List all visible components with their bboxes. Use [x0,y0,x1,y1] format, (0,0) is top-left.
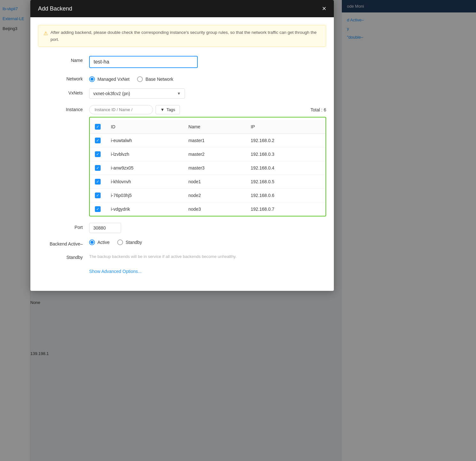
radio-active[interactable]: Active [89,239,110,245]
row-name-4: node1 [183,175,246,189]
table-row: ✓ i-anw9zx05 master3 192.168.0.4 [90,161,326,175]
warning-icon: ⚠ [43,29,48,38]
header-checkbox-col: ✓ [90,120,106,134]
row-checkbox-4[interactable]: ✓ [90,175,106,189]
standby-note-text: The backup backends will be in service i… [89,253,326,259]
advanced-options-control: Show Advanced Options... [89,266,326,274]
row-ip-3: 192.168.0.4 [246,161,326,175]
standby-label: Standby [38,253,89,260]
backend-active-radio-group: Active Standby [89,239,326,245]
vxnets-select[interactable]: vxnet-ok3fcv2 (pn) ▼ [89,88,185,99]
radio-standby[interactable]: Standby [117,239,142,245]
tags-button-label: Tags [166,107,175,112]
instance-control: ▼ Tags Total : 6 ✓ ID [89,105,326,216]
port-label: Port [38,223,89,230]
radio-base-label: Base Network [145,77,173,82]
close-button[interactable]: × [322,5,326,12]
network-control: Managed VxNet Base Network [89,74,326,82]
vxnets-row: VxNets vxnet-ok3fcv2 (pn) ▼ [38,88,326,99]
row-ip-6: 192.168.0.7 [246,202,326,216]
radio-base-circle [137,76,143,82]
header-id: ID [106,120,183,134]
instances-table-wrapper: ✓ ID Name IP ✓ i-euwtalwh maste [89,117,326,216]
select-all-checkbox[interactable]: ✓ [95,124,101,130]
row-ip-1: 192.168.0.2 [246,134,326,147]
backend-active-control: Active Standby [89,239,326,245]
table-header: ✓ ID Name IP [90,120,326,134]
network-label: Network [38,74,89,81]
table-row: ✓ i-lzvblvzh master2 192.168.0.3 [90,147,326,161]
row-name-2: master2 [183,147,246,161]
modal-header: Add Backend × [30,0,334,17]
filter-icon: ▼ [160,107,165,112]
row-id-4: i-khlovnvh [106,175,183,189]
radio-active-circle [89,239,95,245]
table-row: ✓ i-76p03hj5 node2 192.168.0.6 [90,189,326,202]
radio-managed-label: Managed VxNet [97,77,129,82]
row-checkbox-6[interactable]: ✓ [90,202,106,216]
add-backend-modal: Add Backend × ⚠ After adding backend, pl… [30,0,334,291]
name-control [89,56,326,68]
network-row: Network Managed VxNet Base Network [38,74,326,82]
vxnets-control: vxnet-ok3fcv2 (pn) ▼ [89,88,326,99]
port-input[interactable] [89,223,121,233]
tags-button[interactable]: ▼ Tags [156,105,180,114]
name-row: Name [38,56,326,68]
modal-title: Add Backend [38,5,72,12]
row-checkbox-2[interactable]: ✓ [90,147,106,161]
advanced-label-spacer [38,266,89,268]
row-checkbox-1[interactable]: ✓ [90,134,106,147]
vxnets-label: VxNets [38,88,89,95]
header-name: Name [183,120,246,134]
radio-standby-label: Standby [126,240,142,245]
standby-note-row: Standby The backup backends will be in s… [38,253,326,260]
advanced-options-row: Show Advanced Options... [38,266,326,274]
radio-managed-circle [89,76,95,82]
table-row: ✓ i-khlovnvh node1 192.168.0.5 [90,175,326,189]
total-label: Total : 6 [311,107,326,112]
warning-text: After adding backend, please double chec… [50,29,321,43]
row-id-6: i-vdgydrik [106,202,183,216]
warning-box: ⚠ After adding backend, please double ch… [38,25,326,47]
row-checkbox-3[interactable]: ✓ [90,161,106,175]
table-row: ✓ i-euwtalwh master1 192.168.0.2 [90,134,326,147]
vxnets-value: vxnet-ok3fcv2 (pn) [93,91,130,96]
row-ip-5: 192.168.0.6 [246,189,326,202]
row-ip-2: 192.168.0.3 [246,147,326,161]
row-name-6: node3 [183,202,246,216]
port-row: Port [38,223,326,233]
row-name-1: master1 [183,134,246,147]
radio-managed-vxnet[interactable]: Managed VxNet [89,76,129,82]
name-label: Name [38,56,89,63]
instance-search-input[interactable] [89,105,153,114]
table-body: ✓ i-euwtalwh master1 192.168.0.2 ✓ i-lzv… [90,134,326,216]
modal-body: ⚠ After adding backend, please double ch… [30,17,334,291]
row-id-5: i-76p03hj5 [106,189,183,202]
backend-active-row: Backend Active– Active Standby [38,239,326,246]
name-input[interactable] [89,56,198,68]
instances-table: ✓ ID Name IP ✓ i-euwtalwh maste [90,120,326,216]
show-advanced-link[interactable]: Show Advanced Options... [89,269,142,274]
table-row: ✓ i-vdgydrik node3 192.168.0.7 [90,202,326,216]
radio-active-label: Active [97,240,110,245]
backend-active-label: Backend Active– [38,239,89,246]
header-ip: IP [246,120,326,134]
chevron-down-icon: ▼ [177,91,181,96]
standby-note-control: The backup backends will be in service i… [89,253,326,259]
row-id-1: i-euwtalwh [106,134,183,147]
row-name-5: node2 [183,189,246,202]
radio-standby-circle [117,239,123,245]
row-ip-4: 192.168.0.5 [246,175,326,189]
row-checkbox-5[interactable]: ✓ [90,189,106,202]
row-id-2: i-lzvblvzh [106,147,183,161]
instance-label: Instance [38,105,89,112]
instance-search-row: ▼ Tags Total : 6 [89,105,326,114]
network-radio-group: Managed VxNet Base Network [89,74,326,82]
port-control [89,223,326,233]
row-name-3: master3 [183,161,246,175]
radio-base-network[interactable]: Base Network [137,76,173,82]
instance-row: Instance ▼ Tags Total : 6 [38,105,326,216]
row-id-3: i-anw9zx05 [106,161,183,175]
